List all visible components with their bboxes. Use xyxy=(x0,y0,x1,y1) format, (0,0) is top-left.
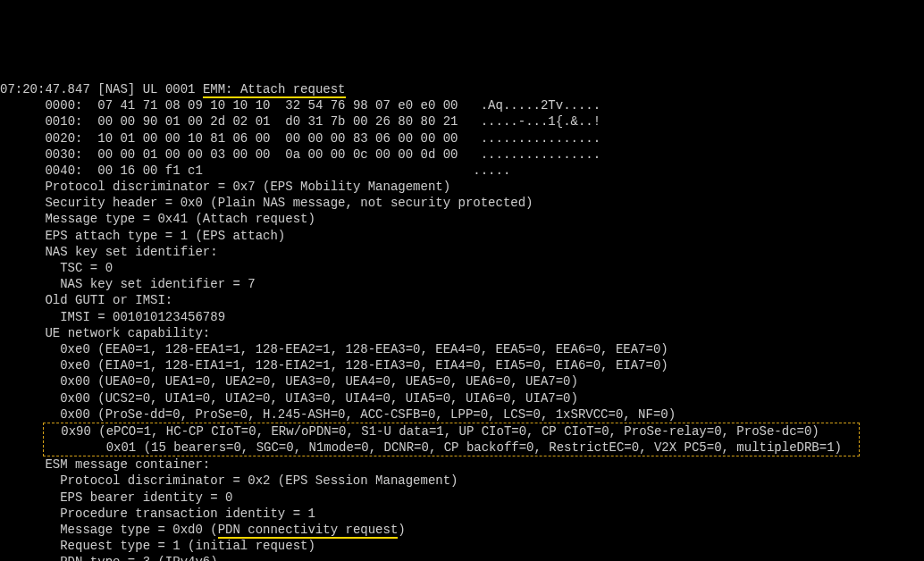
hex-ascii: .....-...1{.&..! xyxy=(458,114,601,129)
hex-offset: 0020: xyxy=(45,131,82,146)
capability-row: 0x00 (UCS2=0, UIA1=0, UIA2=0, UIA3=0, UI… xyxy=(0,391,578,406)
capability-row: 0xe0 (EIA0=1, 128-EIA1=1, 128-EIA2=1, 12… xyxy=(0,358,668,373)
esm-protocol-discriminator: Protocol discriminator = 0x2 (EPS Sessio… xyxy=(0,473,458,488)
hex-offset: 0010: xyxy=(45,114,82,129)
capability-row: 0x00 (UEA0=0, UEA1=0, UEA2=0, UEA3=0, UE… xyxy=(0,374,578,389)
eps-attach-type: EPS attach type = 1 (EPS attach) xyxy=(0,229,285,243)
dashed-highlight-box: 0x90 (ePCO=1, HC-CP CIoT=0, ERw/oPDN=0, … xyxy=(43,423,859,456)
hex-bytes: 00 16 00 f1 c1 xyxy=(82,163,202,178)
hex-ascii: .Aq.....2Tv..... xyxy=(458,98,601,113)
protocol-discriminator: Protocol discriminator = 0x7 (EPS Mobili… xyxy=(0,180,450,194)
hex-offset: 0040: xyxy=(45,163,82,178)
ue-nc-label: UE network capability: xyxy=(0,326,210,340)
hex-bytes: 00 00 01 00 00 03 00 00 0a 00 00 0c 00 0… xyxy=(82,147,458,162)
hex-ascii: ................ xyxy=(458,131,601,146)
hex-row: 0020: 10 01 00 00 10 81 06 00 00 00 00 8… xyxy=(0,131,601,146)
nas-ksi-label: NAS key set identifier: xyxy=(0,245,218,259)
hex-row: 0010: 00 00 90 01 00 2d 02 01 d0 31 7b 0… xyxy=(0,114,601,129)
source-tag: [NAS] xyxy=(97,82,135,96)
hex-bytes: 00 00 90 01 00 2d 02 01 d0 31 7b 00 26 8… xyxy=(82,114,458,129)
capability-row: 0x00 (ProSe-dd=0, ProSe=0, H.245-ASH=0, … xyxy=(0,407,676,422)
tsc: TSC = 0 xyxy=(0,261,113,275)
nas-ksi: NAS key set identifier = 7 xyxy=(0,277,256,291)
direction: UL xyxy=(143,82,158,96)
hex-offset: 0000: xyxy=(45,98,82,113)
hex-bytes: 10 01 00 00 10 81 06 00 00 00 00 83 06 0… xyxy=(82,131,458,146)
esm-message-type: Message type = 0xd0 (PDN connectivity re… xyxy=(0,523,406,539)
hex-ascii: ................ xyxy=(458,147,601,162)
hex-row: 0030: 00 00 01 00 00 03 00 00 0a 00 00 0… xyxy=(0,147,601,162)
esm-request-type: Request type = 1 (initial request) xyxy=(0,539,315,553)
message-type: Message type = 0x41 (Attach request) xyxy=(0,212,315,226)
seq-num: 0001 xyxy=(165,82,196,96)
pdn-connectivity-highlight: PDN connectivity request xyxy=(218,523,399,539)
hex-bytes: 07 41 71 08 09 10 10 10 32 54 76 98 07 e… xyxy=(82,98,458,113)
highlighted-capability-box: 0x90 (ePCO=1, HC-CP CIoT=0, ERw/oPDN=0, … xyxy=(0,440,860,455)
hex-row: 0040: 00 16 00 f1 c1 ..... xyxy=(0,163,510,178)
esm-bearer-identity: EPS bearer identity = 0 xyxy=(0,490,232,505)
esm-label: ESM message container: xyxy=(0,457,210,472)
imsi: IMSI = 001010123456789 xyxy=(0,310,225,324)
esm-pdn-type: PDN type = 3 (IPv4v6) xyxy=(0,555,218,561)
hex-row: 0000: 07 41 71 08 09 10 10 10 32 54 76 9… xyxy=(0,98,601,113)
hex-offset: 0030: xyxy=(45,147,82,162)
guti-label: Old GUTI or IMSI: xyxy=(0,293,172,307)
timestamp: 07:20:47.847 xyxy=(0,82,90,96)
message-type-header: EMM: Attach request xyxy=(203,82,346,98)
capability-row: 0xe0 (EEA0=1, 128-EEA1=1, 128-EEA2=1, 12… xyxy=(0,342,668,356)
log-output: 07:20:47.847 [NAS] UL 0001 EMM: Attach r… xyxy=(0,65,924,561)
hex-ascii: ..... xyxy=(203,163,510,178)
esm-transaction-identity: Procedure transaction identity = 1 xyxy=(0,507,315,521)
log-header-line: 07:20:47.847 [NAS] UL 0001 EMM: Attach r… xyxy=(0,82,346,98)
security-header: Security header = 0x0 (Plain NAS message… xyxy=(0,196,533,210)
